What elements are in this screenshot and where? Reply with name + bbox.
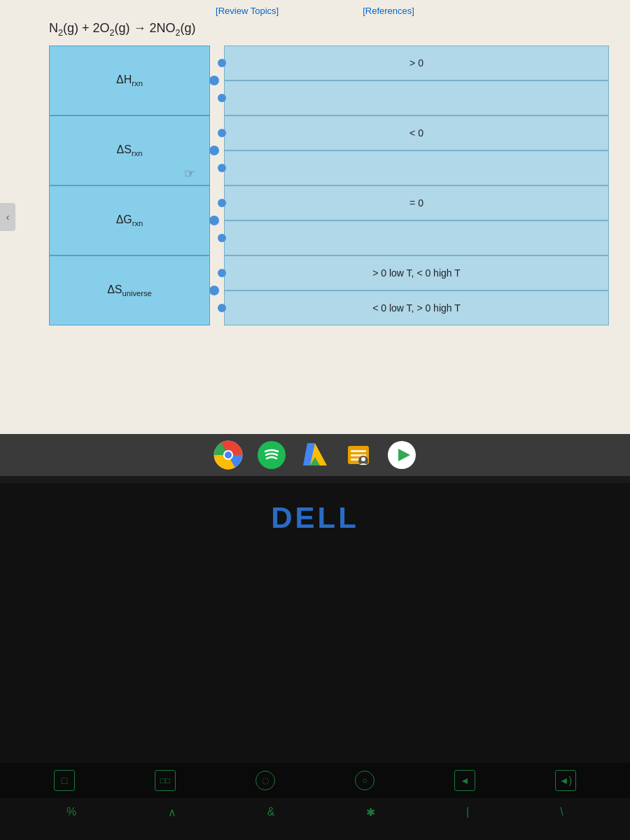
drag-handle-delta-g[interactable]	[209, 216, 219, 225]
delta-s-universe-label: ΔSuniverse	[107, 284, 152, 298]
right-cell-8[interactable]: < 0 low T, > 0 high T	[224, 290, 609, 326]
search-button[interactable]: ○	[355, 771, 374, 790]
bottom-symbols-bar: % ∧ & ✱ | \	[0, 798, 630, 826]
home-button[interactable]: □	[54, 770, 75, 791]
svg-point-12	[361, 457, 365, 461]
right-cell-7[interactable]: > 0 low T, < 0 high T	[224, 255, 609, 290]
left-labels-column: ΔHrxn ΔSrxn ☞ ΔGrxn ΔSuniverse	[49, 46, 210, 420]
option-gt-0: > 0	[410, 57, 424, 69]
taskbar	[0, 434, 630, 476]
google-drive-icon[interactable]	[300, 440, 330, 470]
drop-dot-3	[218, 129, 226, 137]
top-navigation: [Review Topics] [References]	[0, 6, 630, 16]
spotify-icon[interactable]	[257, 440, 286, 470]
right-options-column: > 0 < 0 = 0 > 0 low T, < 0 high T	[224, 46, 609, 420]
svg-rect-8	[351, 450, 366, 452]
right-cell-2[interactable]	[224, 80, 609, 115]
dell-branding-area: DELL	[0, 483, 630, 553]
cursor-icon: ☞	[184, 166, 195, 181]
drop-dot-7	[218, 269, 226, 277]
files-icon[interactable]	[344, 440, 373, 470]
rotate-button[interactable]: ◌	[255, 771, 275, 790]
sym-pipe: |	[466, 806, 469, 818]
svg-point-2	[225, 451, 232, 458]
drag-handle-delta-s[interactable]	[209, 146, 219, 155]
drop-dot-2	[218, 94, 226, 102]
sym-ampersand: &	[267, 806, 275, 818]
option-gt0-low-lt0-high: > 0 low T, < 0 high T	[372, 267, 461, 279]
right-cell-3[interactable]: < 0	[224, 115, 609, 150]
drag-handle-delta-h[interactable]	[209, 76, 219, 85]
right-cell-1[interactable]: > 0	[224, 46, 609, 80]
play-icon[interactable]	[387, 440, 416, 470]
svg-point-3	[258, 441, 286, 469]
delta-g-label: ΔGrxn	[116, 214, 144, 227]
right-cell-4[interactable]	[224, 150, 609, 186]
references-link[interactable]: [References]	[363, 6, 414, 16]
sym-caret: ∧	[168, 806, 176, 819]
sym-percent: %	[66, 806, 76, 818]
drop-dot-6	[218, 234, 226, 242]
review-topics-link[interactable]: [Review Topics]	[216, 6, 279, 16]
drop-dot-8	[218, 304, 226, 312]
drop-dot-1	[218, 59, 226, 67]
system-bar: □ □□ ◌ ○ ◄ ◄)	[0, 763, 630, 798]
collapse-arrow[interactable]: ‹	[0, 203, 15, 231]
dell-logo: DELL	[271, 501, 359, 535]
delta-s-label: ΔSrxn	[117, 144, 143, 158]
option-lt-0: < 0	[410, 127, 424, 139]
left-cell-delta-g[interactable]: ΔGrxn	[49, 186, 210, 255]
right-cell-6[interactable]	[224, 220, 609, 255]
recents-button[interactable]: □□	[155, 770, 176, 791]
chrome-icon[interactable]	[214, 440, 243, 470]
equation-display: N2(g) + 2O2(g) → 2NO2(g)	[49, 21, 196, 38]
option-lt0-low-gt0-high: < 0 low T, > 0 high T	[372, 302, 461, 314]
drag-drop-container: ΔHrxn ΔSrxn ☞ ΔGrxn ΔSuniverse > 0	[49, 46, 609, 420]
volume-button[interactable]: ◄)	[555, 770, 576, 791]
left-cell-delta-s-universe[interactable]: ΔSuniverse	[49, 255, 210, 326]
right-cell-5[interactable]: = 0	[224, 186, 609, 220]
option-eq-0: = 0	[410, 197, 424, 209]
drag-handle-delta-s-universe[interactable]	[209, 286, 219, 295]
delta-h-label: ΔHrxn	[116, 74, 143, 88]
drop-dot-5	[218, 199, 226, 207]
left-cell-delta-s[interactable]: ΔSrxn ☞	[49, 115, 210, 186]
back-button[interactable]: ◄	[454, 770, 475, 791]
left-cell-delta-h[interactable]: ΔHrxn	[49, 46, 210, 115]
sym-backslash: \	[560, 806, 563, 818]
drop-dot-4	[218, 164, 226, 172]
sym-asterisk: ✱	[366, 806, 375, 819]
